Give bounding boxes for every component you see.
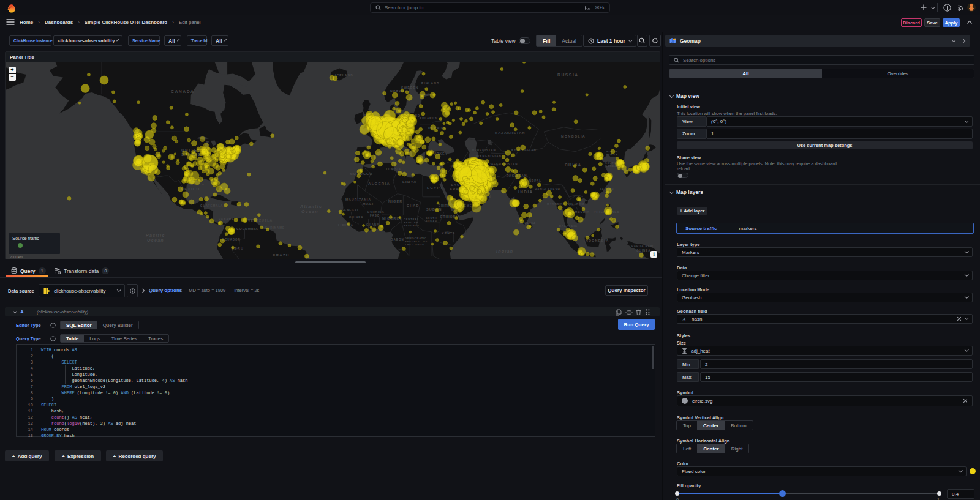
svg-text:BELARUS: BELARUS: [420, 117, 437, 120]
svg-text:CHAD: CHAD: [407, 204, 420, 207]
svg-text:COLOMBIA: COLOMBIA: [236, 227, 258, 231]
svg-text:Pacific: Pacific: [146, 233, 165, 237]
svg-text:INDIA: INDIA: [518, 190, 533, 194]
svg-text:KENYA: KENYA: [442, 231, 456, 235]
svg-text:BRAZIL: BRAZIL: [273, 253, 291, 257]
svg-text:BANGLADESH: BANGLADESH: [535, 188, 560, 191]
svg-text:REPUBLIC: REPUBLIC: [404, 224, 421, 227]
svg-text:FINLAND: FINLAND: [421, 81, 440, 85]
svg-text:MONGOLIA: MONGOLIA: [561, 135, 586, 138]
svg-text:UZBEKISTAN: UZBEKISTAN: [472, 149, 496, 152]
svg-text:ICELAND: ICELAND: [335, 73, 353, 77]
svg-text:LIBERIA: LIBERIA: [338, 224, 353, 227]
svg-text:GUINEA: GUINEA: [349, 216, 364, 219]
svg-text:Ocean: Ocean: [147, 238, 164, 242]
svg-text:A: A: [682, 316, 686, 322]
svg-text:Indian: Indian: [496, 249, 513, 253]
svg-text:THE CONGO: THE CONGO: [405, 243, 424, 246]
svg-text:BURKINA: BURKINA: [368, 211, 385, 214]
svg-text:LIBYA: LIBYA: [402, 180, 417, 184]
svg-text:Atlantic: Atlantic: [300, 204, 322, 209]
svg-text:TUNISIA: TUNISIA: [386, 168, 401, 171]
svg-text:MALAYSIA: MALAYSIA: [559, 225, 578, 228]
svg-text:SUDAN: SUDAN: [426, 220, 437, 223]
svg-text:Ocean: Ocean: [301, 209, 318, 214]
svg-text:CHINA: CHINA: [565, 163, 582, 167]
svg-text:ALGERIA: ALGERIA: [368, 182, 390, 185]
svg-text:GUATEMALA: GUATEMALA: [200, 204, 223, 207]
svg-text:ECUADOR: ECUADOR: [222, 238, 241, 241]
svg-text:GABON: GABON: [391, 238, 404, 241]
svg-text:NIGER: NIGER: [388, 200, 402, 203]
svg-text:SUDAN: SUDAN: [426, 207, 442, 211]
svg-text:SWEDEN: SWEDEN: [401, 86, 419, 89]
svg-text:RUSSIA: RUSSIA: [557, 73, 579, 77]
svg-text:PANAMA: PANAMA: [219, 218, 234, 221]
svg-text:MALI: MALI: [363, 202, 374, 206]
svg-text:PAPUA NEW: PAPUA NEW: [631, 245, 654, 248]
svg-text:MEXICO: MEXICO: [181, 187, 200, 191]
svg-text:NEPAL: NEPAL: [529, 179, 541, 182]
svg-text:KAZAKHSTAN: KAZAKHSTAN: [495, 131, 526, 135]
svg-text:MYANMAR: MYANMAR: [547, 203, 565, 206]
svg-text:TURKMENISTAN: TURKMENISTAN: [472, 155, 502, 158]
svg-text:GUINEA: GUINEA: [636, 249, 651, 252]
svg-text:FASO: FASO: [370, 214, 380, 217]
svg-text:NORWAY: NORWAY: [390, 89, 408, 93]
svg-text:GHANA: GHANA: [366, 223, 380, 226]
svg-text:EGYPT: EGYPT: [427, 186, 443, 190]
svg-text:SENEGAL: SENEGAL: [342, 209, 360, 212]
svg-text:VENEZUELA: VENEZUELA: [248, 218, 273, 222]
svg-text:MAURITANIA: MAURITANIA: [345, 198, 371, 201]
svg-text:KOREA: KOREA: [605, 165, 617, 168]
svg-text:VIETNAM: VIETNAM: [568, 203, 584, 206]
svg-text:CANADA: CANADA: [171, 89, 194, 94]
